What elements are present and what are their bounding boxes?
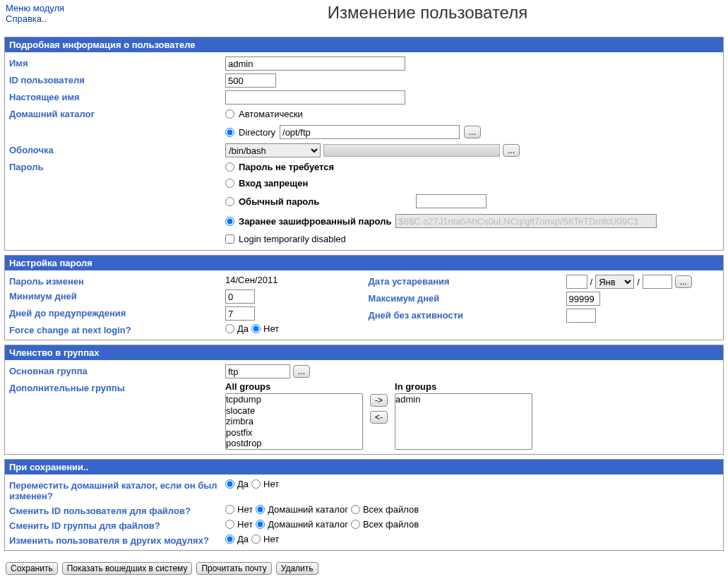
chuid-all-label: Всех файлов	[363, 504, 419, 515]
force-no-label: Нет	[263, 323, 279, 334]
pw-templock-checkbox[interactable]	[225, 234, 234, 244]
pw-changed-value: 14/Сен/2011	[225, 275, 278, 285]
pw-preenc-radio[interactable]	[225, 217, 234, 226]
label-homedir: Домашний каталог	[9, 107, 225, 119]
uid-input[interactable]	[225, 73, 276, 88]
chgid-all-label: Всех файлов	[363, 519, 419, 530]
label-uid: ID пользователя	[9, 73, 225, 85]
label-chuid: Сменить ID пользователя для файлов?	[9, 504, 225, 516]
chgid-home-label: Домашний каталог	[268, 519, 348, 530]
chgid-no-label: Нет	[237, 519, 253, 530]
pw-nologin-label: Вход запрещен	[239, 178, 308, 189]
chuid-no-label: Нет	[237, 504, 253, 515]
others-no-label: Нет	[263, 534, 279, 544]
pw-normal-radio[interactable]	[225, 197, 234, 206]
movehome-no-label: Нет	[263, 479, 279, 489]
ingroups-label: In groups	[395, 381, 532, 392]
pw-templock-label: Login temporarily disabled	[239, 234, 346, 244]
groups-header: Членство в группах	[5, 345, 723, 360]
allgroups-label: All groups	[225, 381, 363, 392]
others-yes-radio[interactable]	[225, 535, 234, 544]
label-pw-expire: Дата устаревания	[369, 275, 566, 287]
pw-preenc-input[interactable]	[395, 214, 657, 228]
pw-max-input[interactable]	[566, 292, 600, 306]
label-pw-force: Force change at next login?	[9, 323, 225, 335]
delete-button[interactable]: Удалить	[276, 562, 318, 575]
shell-browse-button[interactable]: ...	[503, 144, 520, 157]
user-details-header: Подробная информация о пользователе	[5, 37, 723, 52]
pw-none-radio[interactable]	[225, 162, 234, 172]
label-pw-inactive: Дней без активности	[369, 309, 566, 321]
label-realname: Настоящее имя	[9, 90, 225, 102]
primary-group-browse-button[interactable]: ...	[293, 365, 310, 378]
homedir-dir-label: Directory	[239, 127, 275, 138]
page-title: Изменение пользователя	[127, 3, 728, 23]
others-yes-label: Да	[237, 534, 249, 544]
label-name: Имя	[9, 56, 225, 68]
label-primary: Основная группа	[9, 364, 225, 376]
label-pw-min: Минимум дней	[9, 290, 225, 302]
group-add-button[interactable]: ->	[370, 394, 388, 407]
label-pw-changed: Пароль изменен	[9, 275, 225, 287]
pw-normal-label: Обычный пароль	[239, 196, 319, 207]
label-chgid: Сменить ID группы для файлов?	[9, 519, 225, 531]
homedir-dir-radio[interactable]	[225, 128, 234, 137]
homedir-input[interactable]	[280, 125, 460, 139]
chuid-home-radio[interactable]	[256, 505, 265, 514]
force-yes-radio[interactable]	[225, 324, 234, 333]
pw-warn-input[interactable]	[225, 306, 255, 321]
save-button[interactable]: Сохранить	[6, 562, 58, 575]
pw-preenc-label: Заранее зашифрованный пароль	[239, 216, 391, 227]
label-password: Пароль	[9, 160, 225, 172]
user-details-panel: Подробная информация о пользователе Имя …	[4, 37, 724, 251]
pw-nologin-radio[interactable]	[225, 179, 234, 188]
force-no-radio[interactable]	[251, 324, 261, 333]
force-yes-label: Да	[237, 323, 249, 334]
realname-input[interactable]	[225, 90, 405, 105]
movehome-no-radio[interactable]	[251, 479, 261, 489]
onsave-panel: При сохранении.. Переместить домашний ка…	[4, 459, 724, 551]
pw-none-label: Пароль не требуется	[239, 162, 334, 172]
help-link[interactable]: Справка..	[6, 13, 121, 24]
primary-group-input[interactable]	[225, 364, 290, 378]
label-movehome: Переместить домашний каталог, если он бы…	[9, 479, 225, 501]
movehome-yes-label: Да	[237, 479, 249, 489]
pw-normal-input[interactable]	[416, 194, 487, 208]
homedir-browse-button[interactable]: ...	[464, 126, 481, 138]
chuid-no-radio[interactable]	[225, 505, 234, 514]
label-others: Изменить пользователя в других модулях?	[9, 534, 225, 546]
others-no-radio[interactable]	[251, 535, 261, 544]
pw-inactive-input[interactable]	[566, 309, 596, 323]
chuid-home-label: Домашний каталог	[268, 504, 348, 515]
module-menu-link[interactable]: Меню модуля	[6, 3, 121, 13]
allgroups-select[interactable]: tcpdump slocate zimbra postfix postdrop	[225, 393, 363, 450]
expire-browse-button[interactable]: ...	[675, 275, 692, 288]
groups-panel: Членство в группах Основная группа ... Д…	[4, 345, 724, 455]
label-shell: Оболочка	[9, 143, 225, 155]
chgid-all-radio[interactable]	[351, 520, 360, 529]
ingroups-select[interactable]: admin	[395, 393, 532, 450]
movehome-yes-radio[interactable]	[225, 479, 234, 489]
onsave-header: При сохранении..	[5, 460, 723, 474]
homedir-auto-radio[interactable]	[225, 109, 234, 119]
chgid-home-radio[interactable]	[256, 520, 265, 529]
expire-year-input[interactable]	[643, 275, 672, 289]
label-secondary: Дополнительные группы	[9, 381, 225, 393]
expire-month-select[interactable]: Янв	[595, 275, 634, 289]
group-remove-button[interactable]: <-	[370, 411, 388, 424]
read-mail-button[interactable]: Прочитать почту	[196, 562, 271, 575]
shell-custom-disabled	[323, 144, 500, 157]
pw-min-input[interactable]	[225, 290, 255, 304]
password-settings-panel: Настройка пароля Пароль изменен 14/Сен/2…	[4, 255, 724, 340]
label-pw-max: Максимум дней	[369, 292, 566, 304]
homedir-auto-label: Автоматически	[239, 109, 303, 119]
logins-button[interactable]: Показать вошедших в систему	[62, 562, 193, 575]
chgid-no-radio[interactable]	[225, 520, 234, 529]
password-settings-header: Настройка пароля	[5, 256, 723, 270]
shell-select[interactable]: /bin/bash	[225, 143, 321, 157]
name-input[interactable]	[225, 56, 405, 71]
expire-day-input[interactable]	[566, 275, 587, 289]
chuid-all-radio[interactable]	[351, 505, 360, 514]
label-pw-warn: Дней до предупреждения	[9, 306, 225, 318]
